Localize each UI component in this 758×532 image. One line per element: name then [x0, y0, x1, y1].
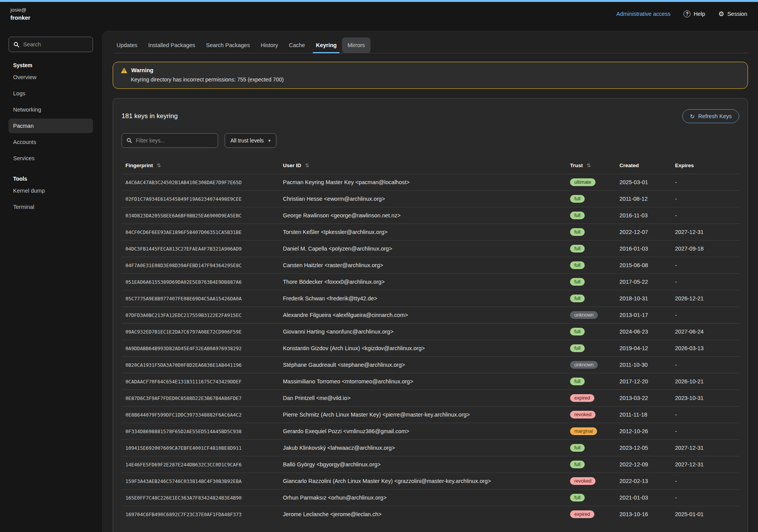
tab-cache[interactable]: Cache [284, 37, 311, 53]
trust-badge: full [570, 278, 585, 286]
key-fingerprint: 159F3A43AEB246C5746C033814BC4F30B3B92EBA [122, 473, 279, 490]
refresh-keys-button[interactable]: ↻ Refresh Keys [682, 109, 739, 123]
trust-badge: unknown [570, 311, 598, 319]
trust-level-select[interactable]: All trust levels ▾ [225, 133, 276, 148]
sort-icon[interactable]: ⇅ [587, 163, 591, 168]
sidebar-item-overview[interactable]: Overview [8, 70, 93, 85]
key-expires: - [671, 174, 739, 191]
help-icon: ? [684, 10, 690, 17]
tab-updates[interactable]: Updates [111, 37, 143, 53]
key-trust: full [566, 440, 616, 456]
help-menu[interactable]: ? Help [684, 10, 705, 17]
key-expires: - [671, 357, 739, 373]
trust-badge: revoked [570, 411, 596, 418]
key-trust: ultimate [566, 174, 616, 191]
filter-keys-input[interactable]: Filter keys... [122, 133, 218, 148]
key-created: 2011-11-18 [616, 407, 671, 423]
tab-installed-packages[interactable]: Installed Packages [143, 37, 201, 53]
key-fingerprint: 0CADAACF70F64C654E131B3111675C743429DDEF [122, 373, 279, 390]
sidebar-item-pacman[interactable]: Pacman [8, 119, 93, 133]
trust-level-value: All trust levels [230, 137, 264, 144]
key-trust: revoked [566, 473, 616, 490]
key-fingerprint: 14E46FE5FD69F2E287E244DB632C3CC0D1C9CAF6 [122, 456, 279, 473]
tab-bar: UpdatesInstalled PackagesSearch Packages… [103, 31, 758, 53]
key-created: 2017-12-20 [616, 373, 671, 390]
key-user-id: Alexandre Filgueira <alexfilgueira@cinna… [279, 307, 566, 324]
trust-badge: full [570, 344, 585, 352]
administrative-access-link[interactable]: Administrative access [616, 11, 670, 17]
key-fingerprint: 169704C6FB490C6892C7F23C37E0AF1FDA48F373 [122, 506, 279, 523]
session-menu[interactable]: ⚙ Session [718, 11, 747, 17]
column-header-trust[interactable]: Trust⇅ [566, 157, 616, 174]
key-user-id: Daniel M. Capella <polyzen@archlinux.org… [279, 241, 566, 257]
key-expires: 2027-12-31 [671, 224, 739, 241]
key-created: 2017-05-22 [616, 274, 671, 290]
key-expires: 2026-03-13 [671, 340, 739, 357]
key-created: 2011-10-30 [616, 357, 671, 373]
sidebar-item-accounts[interactable]: Accounts [8, 135, 93, 149]
key-expires: 2026-10-21 [671, 373, 739, 390]
key-fingerprint: A4C6AC47AB3C24502B1AB410E308DAE7D9F7E65D [122, 174, 279, 191]
tab-mirrors[interactable]: Mirrors [342, 37, 370, 53]
keys-table-header-row: Fingerprint⇅User ID⇅Trust⇅CreatedExpires [122, 157, 739, 174]
sidebar-item-networking[interactable]: Networking [8, 102, 93, 117]
key-created: 2022-12-07 [616, 224, 671, 241]
trust-badge: full [570, 261, 585, 269]
key-trust: full [566, 224, 616, 241]
nav-group-tools: Tools [0, 176, 102, 182]
key-expires: - [671, 274, 739, 290]
tab-search-packages[interactable]: Search Packages [201, 37, 255, 53]
sidebar-search-placeholder: Search [23, 41, 41, 47]
sidebar-item-logs[interactable]: Logs [8, 86, 93, 101]
key-user-id: Jakub Klinkovský <lahwaacz@archlinux.org… [279, 440, 566, 456]
column-header-user-id[interactable]: User ID⇅ [279, 157, 566, 174]
tab-history[interactable]: History [255, 37, 283, 53]
key-trust: full [566, 257, 616, 274]
key-trust: expired [566, 506, 616, 523]
key-created: 2015-06-08 [616, 257, 671, 274]
keyring-count-heading: 181 keys in keyring [122, 112, 178, 120]
key-user-id: Dan Printzell <me@vild.io> [279, 390, 566, 407]
brand: josie@ fronker [10, 6, 30, 22]
hostname: fronker [10, 14, 30, 22]
key-fingerprint: 09AC932ED7B1EC1E2DA7C6797A08E72CD906F59E [122, 324, 279, 340]
table-row: 0E8B644079F599DFC1DDC3973348882F6AC6A4C2… [122, 407, 739, 423]
key-trust: full [566, 490, 616, 506]
key-user-id: Jerome Leclanche <jerome@leclan.ch> [279, 506, 566, 523]
warning-alert: Warning Keyring directory has incorrect … [113, 62, 748, 89]
table-row: 109415E692007609CA7EBFE4001CF4810BE8D911… [122, 440, 739, 456]
sidebar-nav: SystemOverviewLogsNetworkingPacmanAccoun… [0, 62, 102, 214]
key-trust: full [566, 290, 616, 307]
sidebar-search-input[interactable]: Search [8, 37, 93, 52]
warning-title: Warning [131, 67, 153, 73]
trust-badge: marginal [570, 427, 597, 435]
sidebar-item-terminal[interactable]: Terminal [8, 200, 93, 214]
key-trust: full [566, 191, 616, 207]
gear-icon: ⚙ [718, 11, 724, 17]
key-fingerprint: 051EAD6A6155389D69DA02E5EB763B4E9DB887A6 [122, 274, 279, 290]
key-fingerprint: 04F7A0E31E08D3E08D39AFEBD147F94364295E8C [122, 257, 279, 274]
table-row: 04F7A0E31E08D3E08D39AFEBD147F94364295E8C… [122, 257, 739, 274]
column-header-fingerprint[interactable]: Fingerprint⇅ [122, 157, 279, 174]
key-expires: - [671, 207, 739, 224]
key-created: 2023-12-05 [616, 440, 671, 456]
table-row: 07DFD3A0BC213FA12EDC217559B3122E2FA915EC… [122, 307, 739, 324]
tab-keyring[interactable]: Keyring [310, 37, 342, 53]
trust-badge: full [570, 195, 585, 203]
key-expires: - [671, 257, 739, 274]
key-created: 2011-08-12 [616, 191, 671, 207]
filter-search-icon [127, 138, 132, 143]
key-fingerprint: 034D823DA2055BEE6A6BF0BB25EA6900D9EA5EBC [122, 207, 279, 224]
table-row: 034D823DA2055BEE6A6BF0BB25EA6900D9EA5EBC… [122, 207, 739, 224]
key-trust: full [566, 340, 616, 357]
sort-icon[interactable]: ⇅ [305, 163, 309, 168]
key-created: 2022-02-13 [616, 473, 671, 490]
search-icon [14, 42, 19, 47]
warning-triangle-icon [121, 68, 127, 73]
table-row: 09AC932ED7B1EC1E2DA7C6797A08E72CD906F59E… [122, 324, 739, 340]
sidebar-item-services[interactable]: Services [8, 151, 93, 166]
sort-icon[interactable]: ⇅ [157, 163, 161, 168]
sidebar-item-kernel-dump[interactable]: Kernel dump [8, 183, 93, 198]
key-expires: 2025-01-01 [671, 506, 739, 523]
key-created: 2013-01-17 [616, 307, 671, 324]
